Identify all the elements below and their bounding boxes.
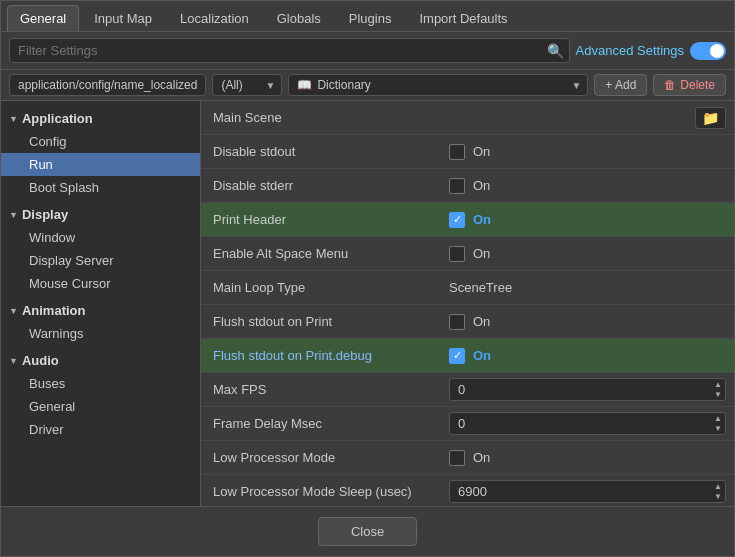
sidebar-item-animation[interactable]: ▼ Animation bbox=[1, 299, 200, 322]
tab-localization[interactable]: Localization bbox=[167, 5, 262, 31]
trash-icon: 🗑 bbox=[664, 78, 676, 92]
setting-row-main-loop-type: Main Loop Type SceneTree bbox=[201, 271, 734, 305]
path-bar: application/config/name_localized (All) … bbox=[1, 70, 734, 101]
setting-row-enable-alt-space-menu: Enable Alt Space Menu On bbox=[201, 237, 734, 271]
setting-name-max-fps: Max FPS bbox=[201, 376, 441, 403]
low-processor-sleep-up-arrow[interactable]: ▲ bbox=[712, 482, 724, 492]
setting-name-print-header: Print Header bbox=[201, 206, 441, 233]
max-fps-up-arrow[interactable]: ▲ bbox=[712, 380, 724, 390]
sidebar-item-display-server[interactable]: Display Server bbox=[1, 249, 200, 272]
main-scene-file-button[interactable]: 📁 bbox=[695, 107, 726, 129]
sidebar-item-general[interactable]: General bbox=[1, 395, 200, 418]
sidebar-item-audio[interactable]: ▼ Audio bbox=[1, 349, 200, 372]
frame-delay-arrows: ▲ ▼ bbox=[712, 414, 724, 434]
setting-name-disable-stdout: Disable stdout bbox=[201, 138, 441, 165]
checkbox-disable-stdout[interactable] bbox=[449, 144, 465, 160]
setting-name-low-processor-sleep: Low Processor Mode Sleep (usec) bbox=[201, 478, 441, 505]
advanced-settings-toggle[interactable] bbox=[690, 42, 726, 60]
sidebar-item-config[interactable]: Config bbox=[1, 130, 200, 153]
tab-plugins[interactable]: Plugins bbox=[336, 5, 405, 31]
sidebar-item-mouse-cursor[interactable]: Mouse Cursor bbox=[1, 272, 200, 295]
frame-delay-input[interactable] bbox=[449, 412, 726, 435]
setting-value-frame-delay: ▲ ▼ bbox=[441, 408, 734, 439]
setting-row-disable-stdout: Disable stdout On bbox=[201, 135, 734, 169]
max-fps-input-wrap: ▲ ▼ bbox=[449, 378, 726, 401]
setting-value-disable-stdout: On bbox=[441, 140, 734, 164]
checkbox-flush-stdout[interactable] bbox=[449, 314, 465, 330]
advanced-settings-label: Advanced Settings bbox=[576, 43, 684, 58]
checkbox-enable-alt-space-menu[interactable] bbox=[449, 246, 465, 262]
setting-row-print-header: Print Header ✓ On bbox=[201, 203, 734, 237]
checkbox-print-header[interactable]: ✓ bbox=[449, 212, 465, 228]
delete-button[interactable]: 🗑 Delete bbox=[653, 74, 726, 96]
setting-row-low-processor-sleep: Low Processor Mode Sleep (usec) ▲ ▼ bbox=[201, 475, 734, 506]
setting-row-flush-stdout: Flush stdout on Print On bbox=[201, 305, 734, 339]
sidebar-item-driver[interactable]: Driver bbox=[1, 418, 200, 441]
low-processor-sleep-input-wrap: ▲ ▼ bbox=[449, 480, 726, 503]
setting-value-main-scene: 📁 bbox=[441, 103, 734, 133]
dict-dropdown-arrow: ▼ bbox=[571, 80, 581, 91]
add-button[interactable]: + Add bbox=[594, 74, 647, 96]
project-settings-dialog: General Input Map Localization Globals P… bbox=[0, 0, 735, 557]
tab-globals[interactable]: Globals bbox=[264, 5, 334, 31]
tab-input-map[interactable]: Input Map bbox=[81, 5, 165, 31]
setting-row-disable-stderr: Disable stderr On bbox=[201, 169, 734, 203]
search-icon: 🔍 bbox=[547, 43, 564, 59]
sidebar-item-buses[interactable]: Buses bbox=[1, 372, 200, 395]
tree-group-display: ▼ Display Window Display Server Mouse Cu… bbox=[1, 201, 200, 297]
tab-general[interactable]: General bbox=[7, 5, 79, 31]
tree-group-audio: ▼ Audio Buses General Driver bbox=[1, 347, 200, 443]
frame-delay-input-wrap: ▲ ▼ bbox=[449, 412, 726, 435]
tree-group-application: ▼ Application Config Run Boot Splash bbox=[1, 105, 200, 201]
frame-delay-down-arrow[interactable]: ▼ bbox=[712, 424, 724, 434]
sidebar-item-display[interactable]: ▼ Display bbox=[1, 203, 200, 226]
filter-input[interactable] bbox=[9, 38, 570, 63]
dict-label: Dictionary bbox=[317, 78, 370, 92]
label-enable-alt-space-menu: On bbox=[473, 246, 490, 261]
sidebar-item-window[interactable]: Window bbox=[1, 226, 200, 249]
checkbox-low-processor-mode[interactable] bbox=[449, 450, 465, 466]
tab-import-defaults[interactable]: Import Defaults bbox=[406, 5, 520, 31]
max-fps-input[interactable] bbox=[449, 378, 726, 401]
setting-value-low-processor-mode: On bbox=[441, 446, 734, 470]
close-button[interactable]: Close bbox=[318, 517, 417, 546]
low-processor-sleep-input[interactable] bbox=[449, 480, 726, 503]
tree-arrow-audio: ▼ bbox=[9, 356, 18, 366]
setting-row-frame-delay: Frame Delay Msec ▲ ▼ bbox=[201, 407, 734, 441]
settings-panel: Main Scene 📁 Disable stdout On Disable s… bbox=[201, 101, 734, 506]
setting-name-main-scene: Main Scene bbox=[201, 104, 441, 131]
setting-row-main-scene: Main Scene 📁 bbox=[201, 101, 734, 135]
setting-row-max-fps: Max FPS ▲ ▼ bbox=[201, 373, 734, 407]
label-flush-stdout: On bbox=[473, 314, 490, 329]
tree-arrow-application: ▼ bbox=[9, 114, 18, 124]
all-dropdown[interactable]: (All) ▼ bbox=[212, 74, 282, 96]
checkbox-flush-stdout-debug[interactable]: ✓ bbox=[449, 348, 465, 364]
setting-value-disable-stderr: On bbox=[441, 174, 734, 198]
max-fps-down-arrow[interactable]: ▼ bbox=[712, 390, 724, 400]
setting-row-flush-stdout-debug: Flush stdout on Print.debug ✓ On bbox=[201, 339, 734, 373]
main-content: ▼ Application Config Run Boot Splash ▼ D… bbox=[1, 101, 734, 506]
low-processor-sleep-arrows: ▲ ▼ bbox=[712, 482, 724, 502]
tab-bar: General Input Map Localization Globals P… bbox=[1, 1, 734, 32]
frame-delay-up-arrow[interactable]: ▲ bbox=[712, 414, 724, 424]
sidebar-item-run[interactable]: Run bbox=[1, 153, 200, 176]
setting-value-flush-stdout-debug: ✓ On bbox=[441, 344, 734, 368]
sidebar-item-boot-splash[interactable]: Boot Splash bbox=[1, 176, 200, 199]
setting-name-frame-delay: Frame Delay Msec bbox=[201, 410, 441, 437]
dict-dropdown[interactable]: 📖 Dictionary ▼ bbox=[288, 74, 588, 96]
sidebar-item-application[interactable]: ▼ Application bbox=[1, 107, 200, 130]
sidebar-item-warnings[interactable]: Warnings bbox=[1, 322, 200, 345]
label-flush-stdout-debug: On bbox=[473, 348, 491, 363]
label-disable-stdout: On bbox=[473, 144, 490, 159]
filter-bar: 🔍 Advanced Settings bbox=[1, 32, 734, 70]
setting-value-enable-alt-space-menu: On bbox=[441, 242, 734, 266]
checkbox-disable-stderr[interactable] bbox=[449, 178, 465, 194]
setting-name-disable-stderr: Disable stderr bbox=[201, 172, 441, 199]
sidebar: ▼ Application Config Run Boot Splash ▼ D… bbox=[1, 101, 201, 506]
label-disable-stderr: On bbox=[473, 178, 490, 193]
setting-name-flush-stdout: Flush stdout on Print bbox=[201, 308, 441, 335]
setting-value-low-processor-sleep: ▲ ▼ bbox=[441, 476, 734, 506]
low-processor-sleep-down-arrow[interactable]: ▼ bbox=[712, 492, 724, 502]
setting-value-max-fps: ▲ ▼ bbox=[441, 374, 734, 405]
tree-arrow-animation: ▼ bbox=[9, 306, 18, 316]
